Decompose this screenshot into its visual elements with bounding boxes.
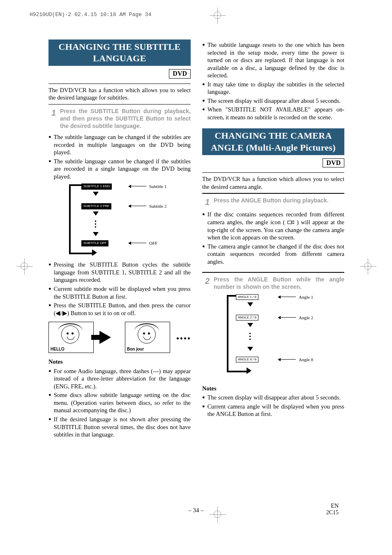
bullet-icon: ●: [202, 243, 205, 266]
example-panel-hello: HELLO: [48, 322, 94, 353]
registration-mark-icon: [21, 262, 28, 270]
step-number: 1: [202, 197, 210, 208]
note-text: For some Audio language, three dashes (-…: [54, 367, 191, 390]
page: H9210UD(EN)-2 02.4.15 10:18 AM Page 34 C…: [0, 0, 392, 555]
camera-angle-icon: [287, 220, 295, 225]
step-text: Press the ANGLE Button during playback.: [214, 197, 344, 208]
footer-code: EN2C15: [326, 503, 339, 516]
bullet-icon: ●: [202, 81, 205, 96]
bullet-text: The subtitle language cannot be changed …: [54, 158, 191, 181]
step-number: 1: [48, 108, 56, 130]
bullet-icon: ●: [48, 367, 51, 390]
diagram-label: Angle 2: [299, 315, 313, 320]
subtitle-cycle-diagram: SUBTITLE 1 ENG Subtitle 1 SUBTITLE 2 FRE…: [69, 183, 191, 258]
registration-mark-icon: [364, 262, 371, 270]
osd-subtitle-box: SUBTITLE 1 ENG: [81, 183, 112, 189]
intro-text: The DVD/VCR has a function which allows …: [202, 175, 344, 190]
diagram-label: Angle 1: [299, 294, 313, 300]
caption-bonjour: Bon jour: [127, 347, 144, 352]
note-text: Some discs allow subtitle language setti…: [54, 391, 191, 414]
bullet-text: When "SUBTITLE NOT AVAILABLE" appears on…: [208, 106, 344, 121]
bullet-icon: ●: [202, 394, 205, 402]
bullet-icon: ●: [202, 403, 205, 418]
bullet-text: Pressing the SUBTITLE Button cycles the …: [54, 261, 191, 284]
step-1: 1 Press the SUBTITLE Button during playb…: [48, 108, 191, 130]
bullet-icon: ●: [48, 285, 51, 300]
bullet-list: ●The subtitle language resets to the one…: [202, 41, 344, 121]
bullet-text: The subtitle language resets to the one …: [208, 41, 344, 79]
svg-rect-0: [288, 221, 292, 224]
right-column: ●The subtitle language resets to the one…: [202, 39, 344, 440]
section-title-angle: CHANGING THE CAMERA ANGLE (Multi-Angle P…: [202, 128, 344, 155]
intro-text: The DVD/VCR has a function which allows …: [48, 86, 191, 102]
step-number: 2: [202, 276, 210, 291]
divider: [48, 84, 191, 84]
bullet-text: Current subtitle mode will be displayed …: [54, 285, 191, 300]
bullet-text: The screen display will disappear after …: [208, 97, 344, 105]
face-icon: [138, 325, 156, 344]
note-text: Current camera angle will be displayed w…: [208, 403, 344, 418]
step-1: 1 Press the ANGLE Button during playback…: [202, 197, 344, 208]
bullet-icon: ●: [202, 106, 205, 121]
dvd-badge: DVD: [169, 69, 191, 78]
bullet-icon: ●: [48, 416, 51, 439]
left-column: CHANGING THE SUBTITLE LANGUAGE DVD The D…: [48, 39, 191, 440]
osd-angle-box: ANGLE 2 / 8: [236, 315, 258, 320]
osd-subtitle-box: SUBTITLE 2 FRE: [81, 203, 111, 209]
arrow-right-icon: [99, 331, 111, 344]
osd-angle-box: ANGLE 8 / 8: [236, 357, 258, 362]
bullet-list: ●Pressing the SUBTITLE Button cycles the…: [48, 261, 191, 317]
print-header: H9210UD(EN)-2 02.4.15 10:18 AM Page 34: [30, 12, 151, 18]
divider: [202, 193, 344, 194]
step-text: Press the SUBTITLE Button during playbac…: [60, 108, 191, 130]
notes-heading: Notes: [48, 358, 191, 366]
note-text: If the desired language is not shown aft…: [54, 416, 191, 439]
content-columns: CHANGING THE SUBTITLE LANGUAGE DVD The D…: [48, 39, 344, 440]
diagram-label: Angle 8: [299, 357, 313, 362]
bullet-text: If the disc contains sequences recorded …: [208, 211, 344, 241]
bullet-icon: ●: [48, 391, 51, 414]
bullet-icon: ●: [202, 97, 205, 105]
ellipsis-icon: [176, 334, 191, 341]
bullet-icon: ●: [48, 158, 51, 181]
osd-angle-box: ANGLE 1 / 8: [236, 294, 258, 300]
bullet-icon: ●: [48, 133, 51, 156]
divider: [202, 172, 344, 173]
divider: [202, 272, 344, 273]
notes-list: ●The screen display will disappear after…: [202, 394, 344, 418]
bullet-text: The camera angle cannot be changed if th…: [208, 243, 344, 266]
divider: [48, 104, 191, 105]
bullet-list: ●The subtitle language can be changed if…: [48, 133, 191, 180]
dvd-badge: DVD: [323, 158, 344, 167]
diagram-label: Subtitle 2: [149, 203, 166, 209]
bullet-icon: ●: [48, 261, 51, 284]
example-panel-bonjour: Bon jour: [125, 322, 170, 353]
notes-heading: Notes: [202, 385, 344, 392]
bullet-icon: ●: [202, 211, 205, 241]
bullet-list: ● If the disc contains sequences recorde…: [202, 211, 344, 265]
angle-cycle-diagram: ANGLE 1 / 8 Angle 1 ANGLE 2 / 8 Angle 2 …: [227, 294, 344, 381]
registration-mark-icon: [214, 12, 221, 19]
bullet-text: Press the SUBTITLE Button, and then pres…: [54, 302, 191, 317]
step-text: Press the ANGLE Button while the angle n…: [214, 276, 344, 291]
note-text: The screen display will disappear after …: [208, 394, 344, 402]
section-title-subtitle: CHANGING THE SUBTITLE LANGUAGE: [48, 39, 191, 66]
bullet-text: It may take time to display the subtitle…: [208, 81, 344, 96]
example-panels: HELLO Bon jour: [48, 322, 191, 353]
bullet-icon: ●: [202, 41, 205, 79]
face-icon: [61, 325, 79, 344]
bullet-icon: ●: [48, 302, 51, 317]
notes-list: ●For some Audio language, three dashes (…: [48, 367, 191, 439]
diagram-label: Subtitle 1: [149, 183, 166, 189]
step-2: 2 Press the ANGLE Button while the angle…: [202, 276, 344, 291]
diagram-label: OFF: [149, 240, 157, 246]
osd-subtitle-box: SUBTITLE OFF: [81, 240, 108, 246]
bullet-text: The subtitle language can be changed if …: [54, 133, 191, 156]
caption-hello: HELLO: [51, 347, 65, 352]
